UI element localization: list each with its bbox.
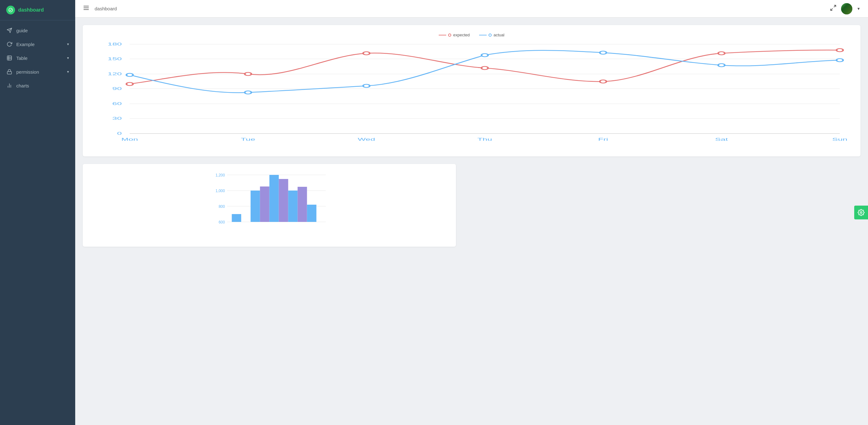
svg-text:150: 150: [107, 56, 122, 61]
svg-text:Sat: Sat: [715, 137, 728, 142]
sidebar-item-example[interactable]: Example ▾: [0, 37, 75, 51]
legend-actual: actual: [479, 33, 504, 37]
bar-5-blue: [307, 205, 316, 222]
bar-chart-card: 1,200 1,000 800 600: [83, 164, 456, 247]
svg-point-51: [837, 59, 843, 62]
topbar-right: ▼: [830, 3, 861, 14]
bar-chart-icon: [6, 83, 12, 89]
svg-text:120: 120: [107, 71, 122, 76]
svg-text:Tue: Tue: [241, 137, 255, 142]
topbar: dashboard ▼: [75, 0, 868, 18]
sidebar-item-permission[interactable]: permission ▾: [0, 65, 75, 79]
svg-rect-3: [7, 56, 11, 60]
svg-rect-7: [7, 71, 11, 74]
svg-text:0: 0: [117, 131, 122, 136]
bar-4-blue: [288, 190, 298, 222]
sidebar-item-example-label: Example: [16, 42, 34, 47]
chevron-down-icon2: ▾: [67, 56, 69, 60]
sidebar-item-charts[interactable]: charts: [0, 79, 75, 92]
svg-text:30: 30: [112, 116, 122, 121]
svg-point-60: [860, 212, 862, 213]
bar-1-blue: [232, 214, 241, 222]
sidebar-item-guide-label: guide: [16, 28, 28, 33]
svg-point-48: [481, 54, 488, 57]
actual-label: actual: [494, 33, 504, 37]
bar-2-blue: [251, 190, 260, 222]
svg-point-41: [481, 66, 488, 69]
svg-point-44: [837, 49, 843, 52]
main-content: dashboard ▼ expected: [75, 0, 868, 425]
svg-line-14: [834, 5, 836, 7]
svg-text:800: 800: [219, 204, 225, 209]
sidebar-item-table-label: Table: [16, 56, 28, 61]
send-icon: [6, 27, 12, 34]
svg-text:600: 600: [219, 220, 225, 224]
line-chart-svg: 180 150 120 90 60 30 0 Mon Tue Wed Thu F…: [90, 41, 853, 148]
sidebar: dashboard guide Example ▾ Table ▾: [0, 0, 75, 425]
sidebar-item-guide[interactable]: guide: [0, 24, 75, 37]
line-chart-card: expected actual 180 150: [83, 25, 861, 156]
svg-text:Thu: Thu: [477, 137, 492, 142]
content-area: expected actual 180 150: [75, 18, 868, 425]
sidebar-logo: [6, 6, 15, 14]
sidebar-item-table[interactable]: Table ▾: [0, 51, 75, 65]
table-icon: [6, 55, 12, 61]
sidebar-nav: guide Example ▾ Table ▾ permission ▾: [0, 20, 75, 425]
expected-line-sample: [439, 35, 446, 35]
svg-point-46: [245, 91, 251, 94]
bar-3-purple: [279, 179, 288, 222]
svg-point-47: [363, 84, 370, 87]
actual-dot: [489, 34, 492, 37]
svg-point-49: [600, 51, 606, 54]
svg-point-50: [718, 64, 725, 67]
lock-icon: [6, 69, 12, 75]
svg-text:90: 90: [112, 86, 122, 91]
topbar-left: dashboard: [83, 4, 117, 13]
chart-legend: expected actual: [90, 33, 853, 37]
topbar-title: dashboard: [95, 6, 117, 11]
expected-dot: [448, 34, 451, 37]
user-dropdown-arrow[interactable]: ▼: [857, 7, 861, 11]
svg-point-40: [363, 52, 370, 55]
svg-point-38: [126, 83, 133, 86]
sidebar-item-permission-label: permission: [16, 69, 39, 74]
svg-text:Mon: Mon: [121, 137, 138, 142]
svg-text:Wed: Wed: [358, 137, 375, 142]
legend-expected: expected: [439, 33, 470, 37]
bar-chart-svg: 1,200 1,000 800 600: [90, 170, 448, 239]
bar-2-purple: [260, 186, 270, 222]
sidebar-title: dashboard: [18, 7, 44, 13]
bar-4-purple: [298, 187, 307, 222]
refresh-icon: [6, 41, 12, 47]
sidebar-header: dashboard: [0, 0, 75, 20]
chevron-down-icon3: ▾: [67, 69, 69, 74]
expected-label: expected: [453, 33, 470, 37]
svg-point-39: [245, 72, 251, 75]
svg-point-45: [126, 73, 133, 77]
svg-text:60: 60: [112, 101, 122, 106]
avatar-image: [841, 3, 852, 14]
svg-text:180: 180: [107, 42, 122, 47]
hamburger-icon[interactable]: [83, 4, 90, 13]
svg-text:1,000: 1,000: [216, 189, 225, 193]
sidebar-item-charts-label: charts: [16, 83, 29, 88]
expand-icon[interactable]: [830, 4, 837, 13]
svg-text:1,200: 1,200: [216, 173, 225, 177]
actual-line-sample: [479, 35, 487, 35]
bar-3-blue: [270, 175, 279, 222]
avatar[interactable]: [841, 3, 852, 14]
chevron-down-icon: ▾: [67, 42, 69, 47]
svg-text:Fri: Fri: [598, 137, 608, 142]
svg-point-43: [718, 52, 725, 55]
settings-fab[interactable]: [854, 206, 868, 219]
svg-point-42: [600, 80, 606, 83]
svg-line-15: [831, 8, 833, 10]
svg-text:Sun: Sun: [832, 137, 848, 142]
